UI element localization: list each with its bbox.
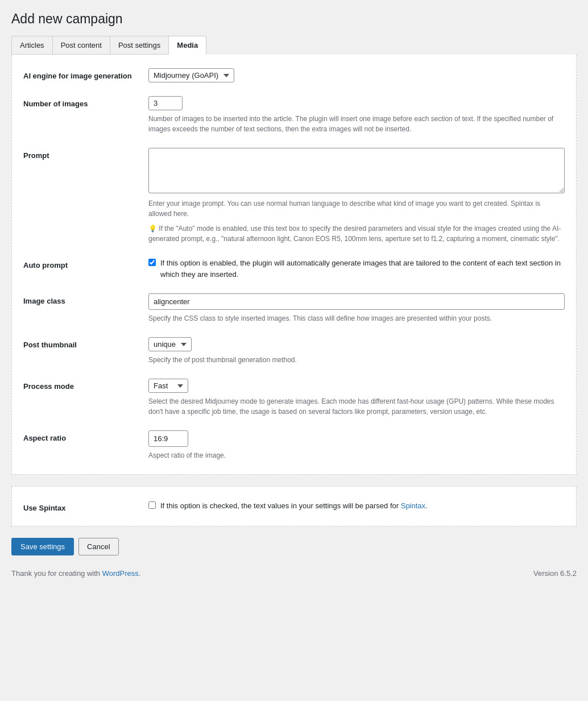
post-thumbnail-content: unique first none Specify the of post th… [148,337,565,365]
num-images-input[interactable] [148,96,183,110]
image-class-input[interactable] [148,293,565,310]
spintax-row: Use Spintax If this option is checked, t… [23,500,565,512]
auto-prompt-checkbox-label: If this option is enabled, the plugin wi… [160,258,565,280]
tab-post-content[interactable]: Post content [52,36,110,55]
prompt-tip-icon: 💡 [148,225,157,233]
prompt-description2: 💡 If the "Auto" mode is enabled, use thi… [148,223,565,244]
footer-left: Thank you for creating with WordPress. [11,569,140,578]
spintax-card: Use Spintax If this option is checked, t… [11,486,577,526]
spintax-checkbox-row: If this option is checked, the text valu… [148,500,565,512]
process-mode-select[interactable]: Fast Relax Turbo [148,379,188,393]
tab-post-settings[interactable]: Post settings [110,36,168,55]
spintax-content: If this option is checked, the text valu… [148,500,565,512]
footer-version: Version 6.5.2 [533,569,577,578]
auto-prompt-row: Auto prompt If this option is enabled, t… [23,258,565,280]
aspect-ratio-description: Aspect ratio of the image. [148,450,565,461]
num-images-row: Number of images Number of images to be … [23,96,565,134]
aspect-ratio-label: Aspect ratio [23,430,148,442]
image-class-description: Specify the CSS class to style inserted … [148,313,565,323]
prompt-tip-text: If the "Auto" mode is enabled, use this … [148,225,561,243]
auto-prompt-checkbox[interactable] [148,259,156,266]
num-images-content: Number of images to be inserted into the… [148,96,565,134]
process-mode-label: Process mode [23,379,148,391]
main-settings-card: AI engine for image generation Midjourne… [11,55,577,475]
footer: Thank you for creating with WordPress. V… [11,569,577,578]
prompt-description1: Enter your image prompt. You can use nor… [148,198,565,219]
spintax-description-before: If this option is checked, the text valu… [160,501,401,510]
image-class-label: Image class [23,293,148,305]
num-images-description: Number of images to be inserted into the… [148,114,565,134]
tab-bar: Articles Post content Post settings Medi… [11,36,577,55]
aspect-ratio-row: Aspect ratio Aspect ratio of the image. [23,430,565,461]
spintax-link[interactable]: Spintax [401,501,425,510]
post-thumbnail-label: Post thumbnail [23,337,148,349]
image-class-content: Specify the CSS class to style inserted … [148,293,565,323]
process-mode-content: Fast Relax Turbo Select the desired Midj… [148,379,565,417]
cancel-button[interactable]: Cancel [78,538,118,555]
ai-engine-select[interactable]: Midjourney (GoAPI) DALL·E Stable Diffusi… [148,68,234,82]
footer-wp-link[interactable]: WordPress. [102,569,141,578]
process-mode-description: Select the desired Midjourney mode to ge… [148,396,565,417]
save-area: Save settings Cancel [11,538,577,555]
save-settings-button[interactable]: Save settings [11,538,74,555]
image-class-row: Image class Specify the CSS class to sty… [23,293,565,323]
aspect-ratio-content: Aspect ratio of the image. [148,430,565,461]
post-thumbnail-row: Post thumbnail unique first none Specify… [23,337,565,365]
num-images-label: Number of images [23,96,148,108]
ai-engine-row: AI engine for image generation Midjourne… [23,68,565,82]
tab-media[interactable]: Media [168,36,206,55]
prompt-row: Prompt Enter your image prompt. You can … [23,148,565,244]
footer-thank-you: Thank you for creating with [11,569,102,578]
ai-engine-label: AI engine for image generation [23,68,148,80]
spintax-label: Use Spintax [23,500,148,512]
spintax-description-after: . [425,501,428,510]
auto-prompt-content: If this option is enabled, the plugin wi… [148,258,565,280]
page-title: Add new campaign [11,11,577,27]
spintax-checkbox[interactable] [148,501,156,509]
prompt-textarea[interactable] [148,148,565,193]
tab-articles[interactable]: Articles [11,36,52,55]
auto-prompt-checkbox-row: If this option is enabled, the plugin wi… [148,258,565,280]
post-thumbnail-select[interactable]: unique first none [148,337,192,351]
prompt-content: Enter your image prompt. You can use nor… [148,148,565,244]
aspect-ratio-input[interactable] [148,430,188,447]
prompt-label: Prompt [23,148,148,160]
auto-prompt-label: Auto prompt [23,258,148,269]
ai-engine-content: Midjourney (GoAPI) DALL·E Stable Diffusi… [148,68,565,82]
process-mode-row: Process mode Fast Relax Turbo Select the… [23,379,565,417]
post-thumbnail-description: Specify the of post thumbnail generation… [148,355,565,365]
spintax-checkbox-label: If this option is checked, the text valu… [160,500,428,512]
